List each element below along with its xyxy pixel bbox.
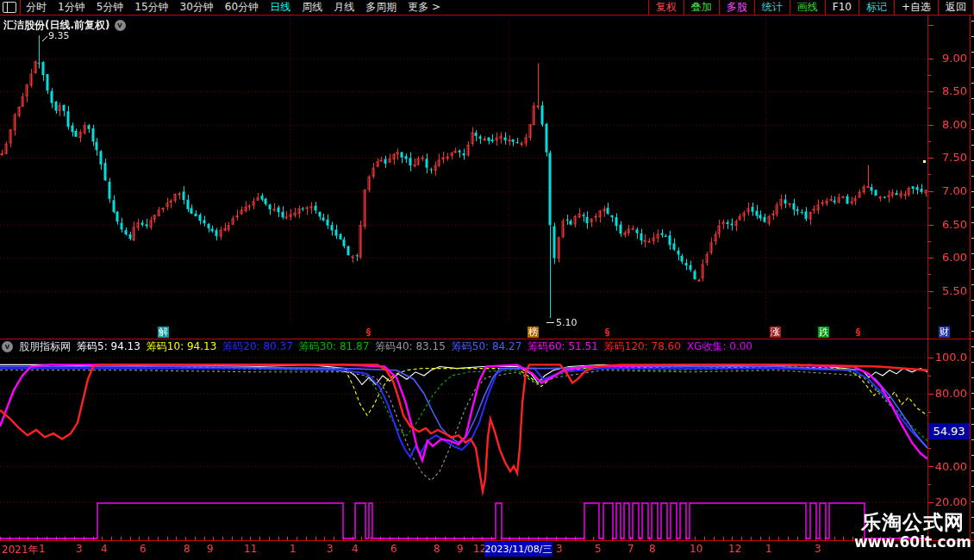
time-axis-label: 1 — [290, 543, 297, 555]
indicator-axis-label: 40.00 — [927, 460, 967, 473]
time-axis-label: 4 — [352, 543, 359, 555]
high-price-annotation: 9.35 — [48, 30, 70, 41]
toolbar-buttons: 复权叠加多股统计画线F10标记+自选返回 — [648, 0, 974, 15]
period-tab[interactable]: 日线 — [270, 0, 290, 15]
time-axis-label: 9 — [457, 543, 464, 555]
time-axis-label: 6 — [390, 543, 397, 555]
period-tabs: 分时1分钟5分钟15分钟30分钟60分钟日线周线月线多周期更多 > — [26, 0, 440, 15]
indicator-value-badge: 54.93 — [928, 423, 970, 439]
indicator-legend-item: XG收集: 0.00 — [687, 339, 752, 354]
trading-app-window: 分时1分钟5分钟15分钟30分钟60分钟日线周线月线多周期更多 > 复权叠加多股… — [0, 0, 974, 560]
toolbar-button[interactable]: 统计 — [754, 0, 790, 15]
indicator-legend-item: 筹码60: 51.51 — [528, 339, 597, 354]
period-tab[interactable]: 多周期 — [365, 0, 396, 15]
chevron-down-icon[interactable]: v — [115, 20, 126, 31]
top-toolbar: 分时1分钟5分钟15分钟30分钟60分钟日线周线月线多周期更多 > 复权叠加多股… — [0, 0, 974, 16]
toolbar-button[interactable]: 叠加 — [684, 0, 719, 15]
period-tab[interactable]: 分时 — [26, 0, 47, 15]
period-tab[interactable]: 月线 — [334, 0, 354, 15]
panel-badge[interactable]: 解 — [158, 327, 169, 338]
indicator-axis-label: 80.00 — [927, 387, 967, 400]
indicator-axis: 100.080.0040.0020.00 — [929, 0, 969, 560]
panel-badge[interactable]: 涨 — [770, 327, 781, 338]
time-axis-label: 7 — [627, 543, 634, 555]
indicator-source-label: 股朋指标网 — [19, 339, 71, 354]
watermark: 乐淘公式网 www.60lt.com — [852, 511, 974, 551]
time-axis-label: 12 — [728, 543, 741, 555]
time-axis-label: 6 — [140, 543, 147, 555]
time-axis-label: 1 — [765, 543, 772, 555]
time-axis-label: 8 — [434, 543, 440, 555]
period-tab[interactable]: 5分钟 — [97, 0, 124, 15]
period-tab[interactable]: 15分钟 — [134, 0, 168, 15]
time-axis-label: 1 — [39, 543, 46, 555]
indicator-legend-item: 筹码50: 84.27 — [452, 339, 521, 354]
period-tab[interactable]: 更多 > — [408, 0, 440, 15]
collapse-indicator-icon[interactable]: v — [2, 341, 13, 352]
time-axis-label: 4 — [101, 543, 108, 555]
panel-badge[interactable]: § — [602, 327, 613, 338]
toolbar-button[interactable]: +自选 — [894, 0, 938, 15]
indicator-legend-item: 筹码10: 94.13 — [147, 339, 216, 354]
panel-badge[interactable]: 榜 — [528, 327, 539, 338]
indicator-legend-item: 筹码40: 83.15 — [375, 339, 445, 354]
watermark-url: www.60lt.com — [852, 533, 974, 551]
chart-canvas[interactable] — [0, 0, 974, 560]
watermark-site-name: 乐淘公式网 — [852, 511, 974, 533]
time-axis: 2023/11/08/三 2021年1346891113468912357810… — [0, 542, 974, 560]
period-tab[interactable]: 1分钟 — [58, 0, 85, 15]
toolbar-button[interactable]: F10 — [825, 0, 858, 15]
time-axis-label: 8 — [649, 543, 656, 555]
indicator-legend-item: 筹码120: 78.60 — [604, 339, 681, 354]
toolbar-button[interactable]: 返回 — [938, 0, 974, 15]
period-tab[interactable]: 30分钟 — [180, 0, 214, 15]
toolbar-button[interactable]: 标记 — [858, 0, 894, 15]
time-axis-label: 3 — [327, 543, 334, 555]
toolbar-divider — [20, 0, 21, 15]
indicator-axis-label: 20.00 — [927, 495, 967, 508]
time-axis-label: 2021年 — [2, 543, 39, 557]
time-axis-label: 10 — [690, 543, 702, 555]
time-axis-label: 5 — [595, 543, 602, 555]
panel-badge[interactable]: § — [852, 327, 864, 338]
indicator-legend-item: 筹码20: 80.37 — [222, 339, 292, 354]
time-axis-label: 8 — [184, 543, 190, 555]
time-axis-label: 9 — [207, 543, 214, 555]
period-tab[interactable]: 60分钟 — [225, 0, 259, 15]
window-layout-icon[interactable] — [3, 2, 16, 13]
cursor-date-box: 2023/11/08/三 — [484, 542, 553, 557]
time-axis-label: 3 — [815, 543, 821, 555]
panel-badge[interactable]: 跌 — [818, 327, 829, 338]
panel-badges: 解§榜§涨跌§财 — [0, 327, 974, 339]
indicator-header: v 股朋指标网 筹码5: 94.13筹码10: 94.13筹码20: 80.37… — [2, 340, 752, 353]
time-axis-label: 11 — [244, 543, 257, 555]
indicator-axis-label: 100.0 — [927, 351, 967, 364]
panel-badge[interactable]: 财 — [939, 327, 950, 338]
time-axis-label: 3 — [76, 543, 83, 555]
indicator-legend-item: 筹码5: 94.13 — [77, 339, 140, 354]
toolbar-button[interactable]: 复权 — [648, 0, 684, 15]
period-tab[interactable]: 周线 — [302, 0, 322, 15]
time-axis-label: 3 — [556, 543, 563, 555]
panel-badge[interactable]: § — [363, 327, 374, 338]
indicator-legend-item: 筹码30: 81.87 — [299, 339, 369, 354]
toolbar-button[interactable]: 多股 — [719, 0, 754, 15]
toolbar-button[interactable]: 画线 — [790, 0, 825, 15]
